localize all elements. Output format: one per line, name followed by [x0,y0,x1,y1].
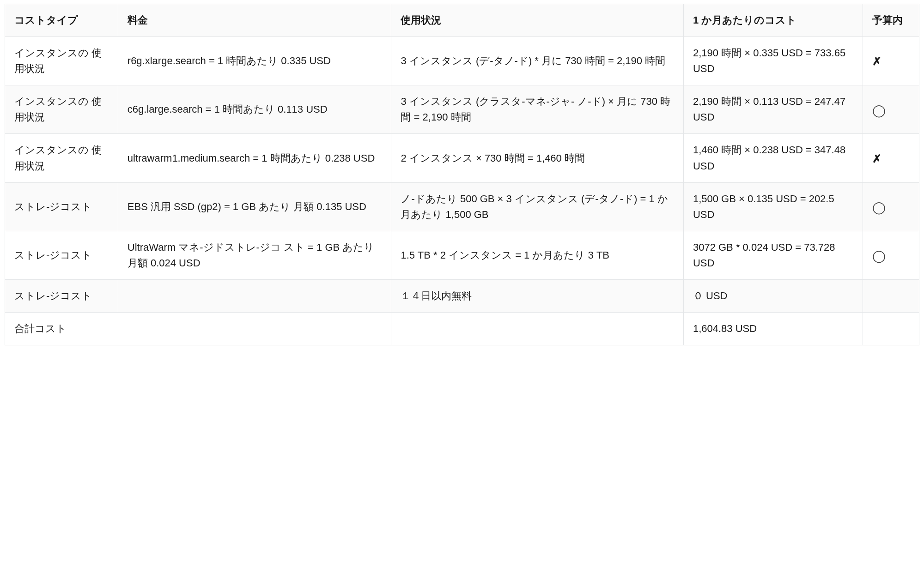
cell-monthly: ０ USD [683,280,863,313]
cell-monthly: 2,190 時間 × 0.335 USD = 733.65 USD [683,37,863,85]
table-row: 合計コスト1,604.83 USD [5,313,919,345]
table-row: ストレ-ジコスト１４日以内無料０ USD [5,280,919,313]
cell-cost-type: ストレ-ジコスト [5,182,118,231]
x-icon: ✗ [872,56,881,67]
cell-usage: 2 インスタンス × 730 時間 = 1,460 時間 [391,134,683,182]
table-row: インスタンスの 使用状況c6g.large.search = 1 時間あたり 0… [5,85,919,134]
table-header-row: コストタイプ 料金 使用状況 1 か月あたりのコスト 予算内 [5,4,919,37]
cost-table: コストタイプ 料金 使用状況 1 か月あたりのコスト 予算内 インスタンスの 使… [5,4,919,345]
table-row: ストレ-ジコストEBS 汎用 SSD (gp2) = 1 GB あたり 月額 0… [5,182,919,231]
cell-usage: 1.5 TB * 2 インスタンス = 1 か月あたり 3 TB [391,231,683,279]
cell-price: r6g.xlarge.search = 1 時間あたり 0.335 USD [118,37,391,85]
circle-icon: ◯ [872,201,886,213]
cell-price [118,313,391,345]
cell-cost-type: ストレ-ジコスト [5,231,118,279]
cell-price: UltraWarm マネ-ジドストレ-ジコ スト = 1 GB あたり月額 0.… [118,231,391,279]
cell-monthly: 1,604.83 USD [683,313,863,345]
cell-budget: ◯ [863,231,919,279]
table-row: インスタンスの 使用状況ultrawarm1.medium.search = 1… [5,134,919,182]
cell-cost-type: ストレ-ジコスト [5,280,118,313]
cell-cost-type: インスタンスの 使用状況 [5,37,118,85]
col-header-budget: 予算内 [863,4,919,37]
cell-cost-type: インスタンスの 使用状況 [5,85,118,134]
table-row: ストレ-ジコストUltraWarm マネ-ジドストレ-ジコ スト = 1 GB … [5,231,919,279]
cell-budget: ◯ [863,182,919,231]
circle-icon: ◯ [872,104,886,116]
table-row: インスタンスの 使用状況r6g.xlarge.search = 1 時間あたり … [5,37,919,85]
cell-budget: ✗ [863,37,919,85]
cell-usage [391,313,683,345]
circle-icon: ◯ [872,250,886,262]
col-header-monthly: 1 か月あたりのコスト [683,4,863,37]
cell-usage: １４日以内無料 [391,280,683,313]
cell-budget: ◯ [863,85,919,134]
cell-price: EBS 汎用 SSD (gp2) = 1 GB あたり 月額 0.135 USD [118,182,391,231]
cell-budget: ✗ [863,134,919,182]
cell-monthly: 3072 GB * 0.024 USD = 73.728 USD [683,231,863,279]
col-header-cost-type: コストタイプ [5,4,118,37]
cell-monthly: 1,500 GB × 0.135 USD = 202.5 USD [683,182,863,231]
cell-usage: 3 インスタンス (デ-タノ-ド) * 月に 730 時間 = 2,190 時間 [391,37,683,85]
cell-usage: ノ-ドあたり 500 GB × 3 インスタンス (デ-タノ-ド) = 1 か月… [391,182,683,231]
cell-cost-type: 合計コスト [5,313,118,345]
cell-monthly: 2,190 時間 × 0.113 USD = 247.47 USD [683,85,863,134]
cell-price: ultrawarm1.medium.search = 1 時間あたり 0.238… [118,134,391,182]
col-header-usage: 使用状況 [391,4,683,37]
cell-usage: 3 インスタンス (クラスタ-マネ-ジャ- ノ-ド) × 月に 730 時間 =… [391,85,683,134]
cell-cost-type: インスタンスの 使用状況 [5,134,118,182]
col-header-price: 料金 [118,4,391,37]
cell-price [118,280,391,313]
table-body: インスタンスの 使用状況r6g.xlarge.search = 1 時間あたり … [5,37,919,345]
cell-budget [863,280,919,313]
cell-budget [863,313,919,345]
x-icon: ✗ [872,153,881,164]
cell-monthly: 1,460 時間 × 0.238 USD = 347.48 USD [683,134,863,182]
cell-price: c6g.large.search = 1 時間あたり 0.113 USD [118,85,391,134]
